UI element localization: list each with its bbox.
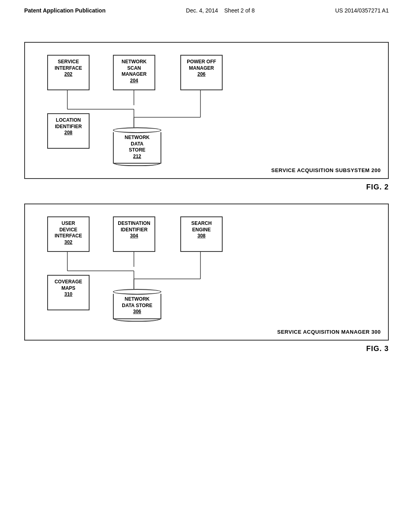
fig2-label: FIG. 2 (0, 183, 389, 191)
cylinder-body: NETWORK DATASTORE212 (113, 132, 161, 164)
service-interface-box: SERVICEINTERFACE 202 (47, 55, 90, 90)
coverage-maps-ref: 310 (52, 291, 85, 298)
search-engine-label: SEARCHENGINE (185, 220, 218, 233)
page-header: Patent Application Publication Dec. 4, 2… (0, 0, 413, 18)
cylinder-3-body: NETWORKDATA STORE306 (113, 294, 161, 319)
fig2-diagram-label: SERVICE ACQUISITION SUBSYSTEM 200 (271, 167, 381, 173)
destination-identifier-box: DESTINATIONIDENTIFIER 304 (113, 216, 155, 252)
network-data-store-ref: 212 (133, 154, 141, 159)
header-date: Dec. 4, 2014 (186, 7, 218, 14)
network-scan-manager-label: NETWORKSCANMANAGER (118, 59, 150, 78)
network-data-store-3-cylinder: NETWORKDATA STORE306 (113, 289, 161, 322)
network-scan-manager-ref: 204 (118, 78, 150, 84)
search-engine-box: SEARCHENGINE 308 (180, 216, 223, 252)
fig3-diagram: USER DEVICEINTERFACE 302 DESTINATIONIDEN… (24, 204, 389, 341)
fig2-text: FIG. 2 (366, 183, 389, 191)
search-engine-ref: 308 (185, 233, 218, 239)
header-patent-number: US 2014/0357271 A1 (335, 7, 389, 14)
header-date-sheet: Dec. 4, 2014 Sheet 2 of 8 (186, 7, 254, 14)
header-publication: Patent Application Publication (24, 7, 106, 14)
location-identifier-label: LOCATIONIDENTIFIER (52, 117, 85, 130)
network-data-store-cylinder: NETWORK DATASTORE212 (113, 127, 161, 166)
fig2-diagram: SERVICEINTERFACE 202 NETWORKSCANMANAGER … (24, 42, 389, 179)
cylinder-top (113, 127, 161, 133)
header-sheet: Sheet 2 of 8 (224, 7, 255, 14)
location-identifier-box: LOCATIONIDENTIFIER 208 (47, 113, 90, 149)
user-device-interface-ref: 302 (52, 239, 85, 246)
power-off-manager-ref: 206 (185, 71, 218, 78)
power-off-manager-label: POWER OFFMANAGER (185, 59, 218, 71)
coverage-maps-label: COVERAGEMAPS (52, 279, 85, 291)
network-data-store-3-ref: 306 (133, 309, 141, 314)
user-device-interface-label: USER DEVICEINTERFACE (52, 220, 85, 239)
destination-identifier-ref: 304 (118, 233, 150, 239)
location-identifier-ref: 208 (52, 130, 85, 136)
power-off-manager-box: POWER OFFMANAGER 206 (180, 55, 223, 90)
fig3-text: FIG. 3 (366, 345, 389, 353)
destination-identifier-label: DESTINATIONIDENTIFIER (118, 220, 150, 233)
service-interface-label: SERVICEINTERFACE (52, 59, 85, 71)
service-interface-ref: 202 (52, 71, 85, 78)
fig3-label: FIG. 3 (0, 345, 389, 353)
coverage-maps-box: COVERAGEMAPS 310 (47, 275, 90, 310)
network-scan-manager-box: NETWORKSCANMANAGER 204 (113, 55, 155, 90)
cylinder-3-top (113, 289, 161, 295)
fig3-diagram-label: SERVICE ACQUISITION MANAGER 300 (277, 329, 381, 335)
user-device-interface-box: USER DEVICEINTERFACE 302 (47, 216, 90, 252)
